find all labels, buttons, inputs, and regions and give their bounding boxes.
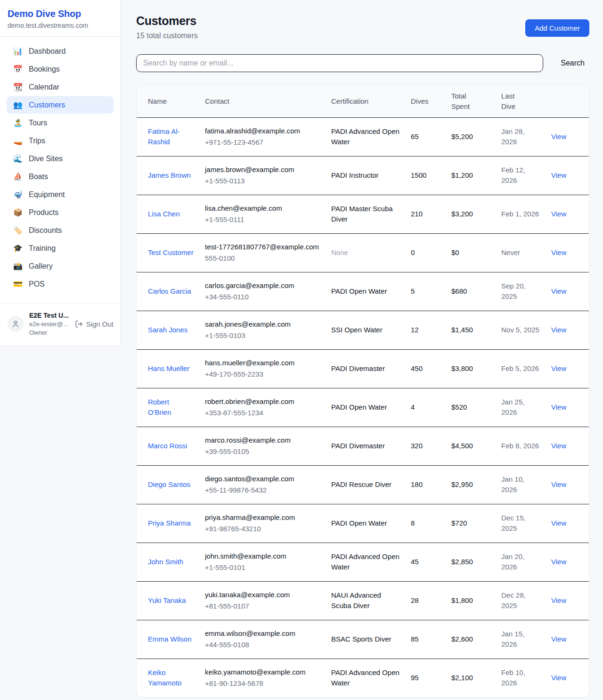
view-link[interactable]: View <box>551 558 566 566</box>
dives-count: 320 <box>411 427 451 465</box>
total-spent: $680 <box>451 272 501 311</box>
view-link[interactable]: View <box>551 480 566 488</box>
view-link[interactable]: View <box>551 132 566 140</box>
nav-icon: 🎓 <box>13 244 23 253</box>
sidebar-item-tours[interactable]: 🏝️ Tours <box>7 114 114 132</box>
view-link[interactable]: View <box>551 674 566 682</box>
customer-email: priya.sharma@example.com <box>205 512 320 523</box>
customer-name-link[interactable]: Robert O'Brien <box>148 397 194 418</box>
sidebar-item-equipment[interactable]: 🤿 Equipment <box>7 186 114 203</box>
customer-name-link[interactable]: Emma Wilson <box>148 634 192 645</box>
last-dive: Jan 20, 2026 <box>501 543 551 581</box>
main-content: Customers 15 total customers Add Custome… <box>121 0 603 700</box>
nav-label: Customers <box>29 101 65 109</box>
view-link[interactable]: View <box>551 171 566 179</box>
nav-icon: 📊 <box>13 47 23 56</box>
nav-icon: 💳 <box>13 280 23 288</box>
nav-icon: 🤿 <box>13 190 23 199</box>
last-dive: Jan 25, 2026 <box>501 388 551 427</box>
view-link[interactable]: View <box>551 442 566 450</box>
last-dive: Dec 28, 2025 <box>501 581 551 620</box>
table-row: James Brown james.brown@example.com +1-5… <box>137 156 589 195</box>
customer-name-link[interactable]: Priya Sharma <box>148 518 191 529</box>
customer-email: keiko.yamamoto@example.com <box>205 667 320 678</box>
search-button[interactable]: Search <box>556 56 589 70</box>
total-spent: $3,200 <box>451 195 501 233</box>
customer-name-link[interactable]: Test Customer <box>148 247 194 258</box>
user-email: e2e-tester@... <box>29 321 69 328</box>
view-link[interactable]: View <box>551 364 566 372</box>
total-spent: $2,850 <box>451 543 501 581</box>
certification: BSAC Sports Diver <box>331 635 391 643</box>
logout-icon <box>75 320 83 328</box>
certification: SSI Open Water <box>331 326 383 334</box>
column-header-name: Name <box>137 85 205 117</box>
certification: PADI Advanced Open Water <box>331 668 399 687</box>
sidebar-item-pos[interactable]: 💳 POS <box>7 275 114 293</box>
sidebar-item-dashboard[interactable]: 📊 Dashboard <box>7 42 114 60</box>
customer-email: marco.rossi@example.com <box>205 435 320 446</box>
customer-name-link[interactable]: Lisa Chen <box>148 209 180 220</box>
view-link[interactable]: View <box>551 287 566 295</box>
certification: PADI Divemaster <box>331 442 385 450</box>
column-header-total-spent: Total Spent <box>451 85 501 117</box>
total-spent: $4,500 <box>451 427 501 465</box>
sidebar-item-boats[interactable]: ⛵ Boats <box>7 168 114 185</box>
sidebar-item-dive-sites[interactable]: 🌊 Dive Sites <box>7 150 114 167</box>
view-link[interactable]: View <box>551 635 566 643</box>
sidebar-item-customers[interactable]: 👥 Customers <box>7 96 114 114</box>
customer-email: yuki.tanaka@example.com <box>205 590 320 601</box>
customer-name-link[interactable]: Yuki Tanaka <box>148 595 186 606</box>
nav-label: Products <box>29 208 58 217</box>
sidebar-header: Demo Dive Shop demo.test.divestreams.com <box>0 0 120 37</box>
sidebar-item-bookings[interactable]: 📅 Bookings <box>7 60 114 78</box>
customer-name-link[interactable]: Carlos Garcia <box>148 286 191 297</box>
certification: PADI Open Water <box>331 403 387 411</box>
customer-name-link[interactable]: Keiko Yamamoto <box>148 667 194 689</box>
view-link[interactable]: View <box>551 403 566 411</box>
customer-name-link[interactable]: James Brown <box>148 170 191 181</box>
last-dive: Feb 10, 2026 <box>501 659 551 697</box>
view-link[interactable]: View <box>551 596 566 604</box>
sidebar-item-trips[interactable]: 🚤 Trips <box>7 132 114 149</box>
sign-out-button[interactable]: Sign Out <box>75 320 114 328</box>
customer-name-link[interactable]: Hans Mueller <box>148 363 189 374</box>
nav-label: Calendar <box>29 83 59 91</box>
customer-phone: +91-98765-43210 <box>205 524 320 535</box>
view-link[interactable]: View <box>551 248 566 256</box>
sidebar-item-products[interactable]: 📦 Products <box>7 204 114 221</box>
dives-count: 210 <box>411 195 451 233</box>
table-row: Fatima Al-Rashid fatima.alrashid@example… <box>137 117 589 156</box>
sidebar-item-gallery[interactable]: 📸 Gallery <box>7 257 114 275</box>
nav-icon: 📸 <box>13 262 23 271</box>
customer-name-link[interactable]: John Smith <box>148 557 183 568</box>
total-spent: $520 <box>451 388 501 427</box>
sidebar: Demo Dive Shop demo.test.divestreams.com… <box>0 0 121 346</box>
sidebar-item-training[interactable]: 🎓 Training <box>7 239 114 257</box>
customer-phone: +353-87-555-1234 <box>205 408 320 419</box>
sidebar-item-calendar[interactable]: 📆 Calendar <box>7 78 114 96</box>
customer-name-link[interactable]: Diego Santos <box>148 479 190 490</box>
total-spent: $5,200 <box>451 117 501 156</box>
dives-count: 180 <box>411 465 451 504</box>
customer-phone: +81-555-0107 <box>205 601 320 612</box>
view-link[interactable]: View <box>551 210 566 218</box>
contact-cell: marco.rossi@example.com +39-555-0105 <box>205 427 331 465</box>
certification: NAUI Advanced Scuba Diver <box>331 591 381 610</box>
contact-cell: carlos.garcia@example.com +34-555-0110 <box>205 272 331 311</box>
user-meta: E2E Test U... e2e-tester@... Owner <box>29 312 69 336</box>
search-row: Search <box>136 54 589 72</box>
search-input[interactable] <box>136 54 543 72</box>
view-link[interactable]: View <box>551 519 566 527</box>
customer-name-link[interactable]: Marco Rossi <box>148 441 187 452</box>
customer-email: sarah.jones@example.com <box>205 319 320 330</box>
view-link[interactable]: View <box>551 326 566 334</box>
customer-name-link[interactable]: Fatima Al-Rashid <box>148 126 194 148</box>
add-customer-button[interactable]: Add Customer <box>525 19 589 37</box>
customer-name-link[interactable]: Sarah Jones <box>148 325 187 336</box>
nav-label: POS <box>29 280 45 288</box>
nav-label: Dashboard <box>29 47 65 56</box>
sidebar-item-discounts[interactable]: 🏷️ Discounts <box>7 222 114 239</box>
table-row: Carlos Garcia carlos.garcia@example.com … <box>137 272 589 311</box>
customer-phone: +55-11-99876-5432 <box>205 485 320 496</box>
